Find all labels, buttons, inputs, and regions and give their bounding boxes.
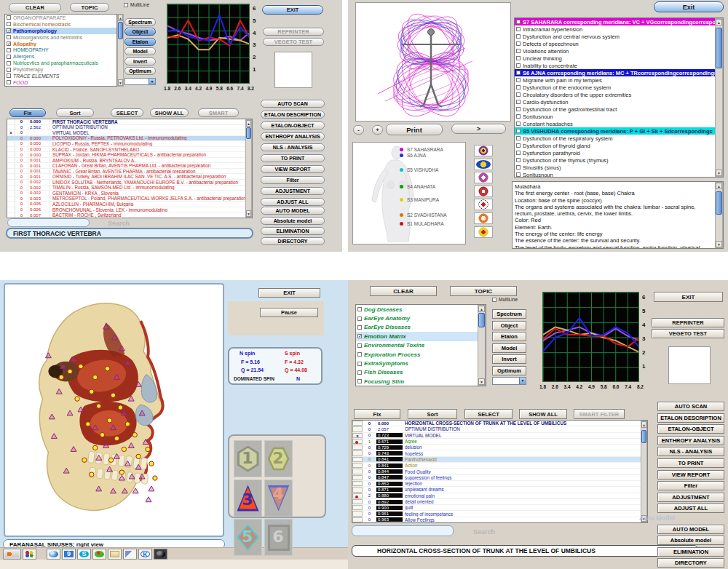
ORNISID - Turkey, ABDI IBRAHIM ILAC SAN. VE TIC. A.S. - antibacterial preparation[interactable]: 0 0.001 ORNISID - Turkey, ABDI IBRAHIM I… — [7, 174, 252, 180]
symptom-item[interactable]: Dysfunction of thyroid gland — [515, 142, 723, 149]
category-checkbox[interactable] — [7, 28, 11, 33]
fix-button[interactable]: Fix — [9, 108, 46, 117]
description-scrollbar[interactable]: ▲ ▼ — [715, 182, 723, 248]
action-button[interactable]: Absolute model — [657, 536, 724, 545]
TIMALIN - Russia, SAMSON-MED Ltd. - immunomodulating[interactable]: 0 0.002 TIMALIN - Russia, SAMSON-MED Ltd… — [7, 186, 252, 191]
symptom-checkbox[interactable] — [516, 49, 521, 53]
scroll-up-icon[interactable]: ▲ — [716, 183, 722, 189]
scroll-up-icon[interactable]: ▲ — [118, 15, 123, 21]
symptom-item[interactable]: Sinusitis (sinus) — [515, 164, 723, 171]
symptom-checkbox[interactable] — [516, 100, 521, 104]
KLACID - France, SANOFI-SYNTHELABO[interactable]: 0 0.000 KLACID - France, SANOFI-SYNTHELA… — [7, 147, 252, 153]
mode-button[interactable]: Object — [124, 28, 156, 36]
symptom-scrollbar[interactable]: ▲ ▼ — [715, 18, 723, 177]
row-marker[interactable] — [7, 125, 15, 130]
anahata-icon[interactable] — [474, 186, 493, 197]
action-button[interactable]: Absolute model — [261, 217, 325, 225]
emotional pain[interactable]: 2 0.880 emotional pain — [352, 493, 647, 499]
fix-button[interactable]: Fix — [354, 409, 400, 419]
row-marker[interactable] — [7, 180, 15, 185]
category-item[interactable]: Microorganisms and helminths — [5, 34, 116, 41]
mode-button[interactable]: Etalon — [492, 332, 526, 341]
category-checkbox[interactable] — [357, 334, 362, 338]
symptom-checkbox[interactable] — [516, 78, 521, 82]
chevron-down-icon[interactable]: ▼ — [149, 79, 155, 84]
etalon-combo[interactable]: ▼ — [492, 377, 526, 385]
category-checkbox[interactable] — [7, 73, 11, 78]
next-button[interactable]: > — [451, 124, 506, 134]
METROSEPTOL - Poland, PHARMACEUTICAL WORKS JELFA S.A. - antibacterial preparation[interactable]: 0 0.003 METROSEPTOL - Poland, PHARMACEUT… — [7, 196, 252, 202]
symptom-item[interactable]: Defects of speechnoun — [515, 40, 723, 47]
category-checkbox[interactable] — [7, 22, 11, 26]
AMPIOKIUM - Russia, BRYNTSALOV A.,[interactable]: 0 0.001 AMPIOKIUM - Russia, BRYNTSALOV A… — [7, 158, 252, 164]
mode-button[interactable]: Invert — [492, 354, 526, 364]
multiline-checkbox[interactable] — [492, 298, 496, 302]
multiline-checkbox[interactable] — [124, 3, 128, 7]
row-marker[interactable] — [352, 505, 363, 510]
symptom-item[interactable]: S5 VISHUDHA corresponding meridians: P +… — [515, 127, 723, 135]
row-marker[interactable] — [352, 439, 363, 444]
folder-icon[interactable] — [108, 549, 122, 560]
category-item[interactable]: Pathomorphology — [5, 28, 116, 34]
action-button[interactable]: ETALON DESCRIPTION — [657, 413, 724, 423]
ajna-icon[interactable] — [474, 159, 493, 170]
zoom-out-button[interactable]: - — [353, 125, 364, 135]
sahasrara-icon[interactable] — [474, 145, 493, 156]
symptom-checkbox[interactable] — [516, 41, 521, 46]
symptom-checkbox[interactable] — [516, 63, 521, 68]
etalon-combo[interactable]: ▼ — [124, 78, 156, 85]
exit-button[interactable]: EXIT — [258, 288, 320, 298]
SUPRAX - Jordan, HIKMA PHARMACEUTICALS - antibacterial preparation[interactable]: 0 0.000 SUPRAX - Jordan, HIKMA PHARMACEU… — [7, 152, 252, 158]
start-button[interactable] — [3, 549, 21, 560]
category-item[interactable]: EarEye Diseases — [356, 323, 486, 332]
category-item[interactable]: Phytotherapy — [5, 66, 116, 73]
symptom-item[interactable]: Inability to concentrate — [515, 62, 723, 69]
category-checkbox[interactable] — [357, 317, 362, 321]
row-marker[interactable] — [352, 493, 363, 498]
category-item[interactable]: Environmental Toxins — [356, 341, 486, 350]
scroll-down-icon[interactable]: ▼ — [118, 79, 123, 86]
VIRTUAL MODEL[interactable]: 0 0.723 VIRTUAL MODEL — [352, 433, 647, 439]
symptom-item[interactable]: Intracranial hypertension — [515, 25, 723, 33]
symptom-item[interactable]: S7 SAHARARA corresponding meridians: VC … — [515, 18, 723, 25]
category-item[interactable]: Focusing Stim — [356, 377, 486, 386]
symptom-item[interactable]: Circulatory disorders of the upper extre… — [515, 91, 723, 98]
symptom-checkbox[interactable] — [516, 34, 521, 39]
action-button[interactable]: TO PRINT — [657, 458, 724, 468]
category-checkbox[interactable] — [7, 61, 11, 65]
sort-button[interactable]: Sort — [56, 108, 94, 117]
row-marker[interactable] — [7, 158, 15, 163]
category-list-scrollbar[interactable]: ▲ ▼ — [117, 14, 124, 87]
UNIDOX SOLUTAB - Netherlands, YAMANOUCHI EUROPE B.V. - antibacterial preparation[interactable]: 0 0.002 UNIDOX SOLUTAB - Netherlands, YA… — [7, 180, 252, 186]
category-item[interactable]: Dog Diseases — [356, 305, 486, 314]
action-button[interactable]: ETALON-OBJECT — [657, 424, 724, 434]
action-button[interactable]: ETALON DESCRIPTION — [261, 111, 325, 119]
action-button[interactable]: NLS - ANALYSIS — [261, 143, 325, 151]
VIRTUAL MODEL[interactable]: 0 VIRTUAL MODEL — [7, 130, 252, 136]
category-checkbox[interactable] — [7, 48, 11, 52]
table-scrollbar[interactable]: ▲ ▼ — [245, 119, 252, 218]
shape-tile[interactable]: 6 — [264, 519, 293, 556]
shape-tile[interactable]: 5 — [234, 519, 262, 556]
category-checkbox[interactable] — [357, 362, 362, 366]
category-checkbox[interactable] — [7, 55, 11, 59]
feeling of incompetance[interactable]: 0 0.961 feeling of incompetance — [352, 511, 647, 517]
symptom-checkbox[interactable] — [516, 143, 521, 148]
row-marker[interactable] — [352, 481, 363, 486]
mode-button[interactable]: Spectrum — [124, 18, 156, 26]
symptom-item[interactable]: Dysfunction of the respiratory system — [515, 135, 723, 142]
vishudha-icon[interactable] — [474, 172, 493, 183]
category-checkbox[interactable] — [357, 352, 362, 357]
mode-button[interactable]: Model — [492, 343, 526, 353]
action-button[interactable]: AUTO SCAN — [261, 100, 325, 108]
zoom-in-button[interactable]: + — [372, 125, 383, 135]
rejection[interactable]: 0 0.853 rejection — [352, 481, 647, 487]
BRONCHOMUNAL - Slovenia, LEK - immunomodulating[interactable]: 0 0.006 BRONCHOMUNAL - Slovenia, LEK - i… — [7, 207, 252, 213]
symptom-item[interactable]: Dysfunction and central nervous system — [515, 33, 723, 40]
Agree[interactable]: 1 0.671 Agree — [352, 439, 647, 445]
action-button[interactable]: ADJUST ALL — [657, 504, 724, 513]
symptom-list[interactable]: ▲ ▼ S7 SAHARARA corresponding meridians:… — [514, 17, 724, 178]
symptom-checkbox[interactable] — [516, 158, 521, 162]
row-marker[interactable] — [7, 147, 15, 152]
symptom-item[interactable]: Sonitusnoun — [515, 113, 723, 120]
